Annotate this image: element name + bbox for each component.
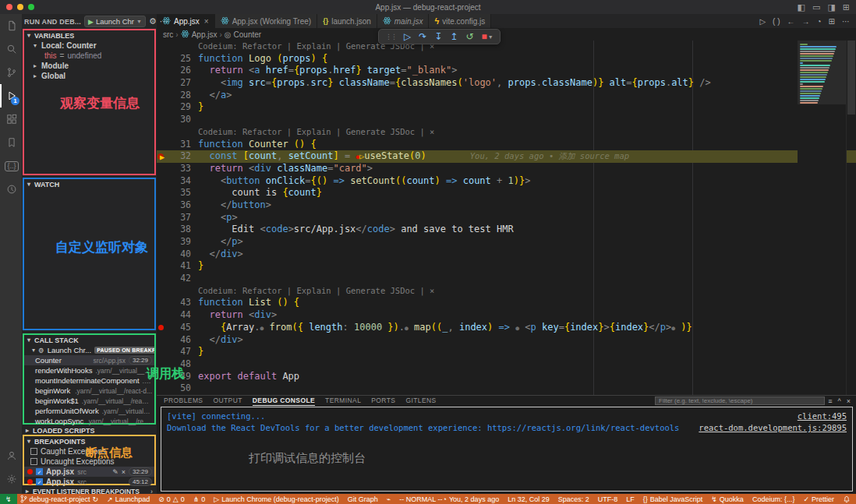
chevron-down-icon[interactable]: ▾	[26, 32, 32, 39]
brackets-icon[interactable]: ( )	[773, 17, 780, 26]
gutter-marker[interactable]	[157, 163, 170, 175]
panel-tab-terminal[interactable]: TERMINAL	[325, 396, 361, 406]
gutter[interactable]: 34	[157, 175, 191, 188]
checkbox-checked[interactable]: ✓	[36, 478, 43, 485]
status-item[interactable]: Codeium: {...}	[752, 495, 795, 503]
gutter-marker[interactable]	[157, 309, 170, 322]
gutter-marker[interactable]	[157, 114, 170, 126]
vertical-scrollbar[interactable]	[846, 41, 856, 395]
toggle-secondary-sidebar-icon[interactable]: ◨	[827, 2, 835, 12]
more-actions-icon[interactable]: ⋯	[160, 16, 168, 26]
breadcrumb-item[interactable]: Counter	[234, 30, 262, 39]
collapse-panel-icon[interactable]: ^	[838, 397, 841, 405]
variable-row[interactable]: this = undefined	[24, 51, 154, 61]
run-icon[interactable]: ▷	[759, 17, 766, 26]
restart-icon[interactable]: ↺	[465, 31, 473, 42]
debug-session-row[interactable]: ▾ ⚙ Launch Chr... PAUSED ON BREAKPOINT	[24, 345, 154, 355]
gutter[interactable]: ▶32	[157, 150, 191, 163]
gutter[interactable]: 26	[157, 65, 191, 77]
gutter-marker[interactable]	[157, 260, 170, 273]
chevron-down-icon[interactable]: ▾	[26, 337, 32, 344]
status-item[interactable]: ◔You, 2 days ago	[442, 495, 499, 503]
edit-breakpoint-icon[interactable]: ✎	[112, 468, 118, 476]
chevron-down-icon[interactable]: ▾	[26, 181, 32, 188]
variables-group-module[interactable]: ▸ Module	[24, 61, 154, 71]
maximize-window-button[interactable]	[28, 4, 34, 10]
split-editor-icon[interactable]: ⊞	[829, 17, 835, 26]
step-over-icon[interactable]: ↷	[419, 31, 426, 42]
chevron-right-icon[interactable]: ▸	[24, 427, 30, 434]
call-stack-frame[interactable]: Countersrc/App.jsx32:29	[24, 355, 154, 365]
gutter[interactable]: 35	[157, 187, 191, 199]
close-icon[interactable]: ×	[204, 17, 209, 26]
back-icon[interactable]: ←	[787, 17, 795, 26]
close-panel-icon[interactable]: ×	[847, 397, 851, 405]
flask-icon[interactable]	[0, 178, 22, 201]
customize-layout-icon[interactable]: ⊞	[843, 2, 850, 12]
gutter[interactable]: 40	[157, 248, 191, 261]
gutter-marker[interactable]	[157, 77, 170, 90]
start-debug-icon[interactable]: ▶	[88, 18, 94, 26]
gutter-marker[interactable]	[157, 382, 170, 395]
status-item[interactable]: -- NORMAL --	[399, 495, 442, 503]
status-item[interactable]: ↯Quokka	[711, 495, 744, 503]
tab-launch-json[interactable]: {}launch.json	[317, 14, 377, 28]
status-item[interactable]	[843, 495, 851, 503]
call-stack-frame[interactable]: beginWork.yarn/__virtual__/react-d...	[24, 386, 154, 396]
gutter-marker[interactable]	[157, 199, 170, 212]
gutter-marker[interactable]	[157, 236, 170, 248]
gutter[interactable]: 36	[157, 199, 191, 212]
breakpoint-row[interactable]: ✓App.jsxsrc✎×32:29	[24, 467, 154, 477]
scrollbar-thumb[interactable]	[847, 41, 855, 115]
source-control-icon[interactable]	[0, 61, 22, 84]
continue-icon[interactable]: ▷	[404, 31, 411, 42]
minimize-window-button[interactable]	[17, 4, 23, 10]
gutter[interactable]: 33	[157, 163, 191, 175]
gutter[interactable]: 38	[157, 224, 191, 236]
event-listener-breakpoints-section[interactable]: ▸ EVENT LISTENER BREAKPOINTS ›	[23, 486, 156, 495]
codeium-hint[interactable]: Codeium: Refactor | Explain | Generate J…	[157, 285, 856, 298]
gutter-marker[interactable]	[157, 187, 170, 199]
call-stack-frame[interactable]: beginWork$1.yarn/__virtual__/react...	[24, 396, 154, 406]
gutter[interactable]: 47	[157, 346, 191, 358]
launch-config-dropdown[interactable]: ▶ Launch Chr ▼	[84, 16, 146, 27]
status-item[interactable]: UTF-8	[598, 495, 618, 503]
panel-tab-ports[interactable]: PORTS	[371, 396, 395, 406]
debug-console-output[interactable]: [vite] connecting...client:495Download t…	[161, 407, 853, 492]
gutter[interactable]: 43	[157, 297, 191, 309]
gutter[interactable]: 46	[157, 334, 191, 347]
run-and-debug-icon[interactable]: 1	[0, 84, 22, 107]
remove-breakpoint-icon[interactable]: ×	[122, 468, 126, 476]
minimap[interactable]	[798, 41, 846, 395]
chevron-right-icon[interactable]: ›	[150, 488, 156, 495]
gutter[interactable]: 42	[157, 273, 191, 285]
status-item[interactable]: ⊘0△0	[158, 495, 185, 503]
bookmarks-icon[interactable]	[0, 131, 22, 154]
status-item[interactable]: ⋔0	[193, 495, 206, 503]
extensions-icon[interactable]	[0, 107, 22, 131]
checkbox-checked[interactable]: ✓	[36, 468, 43, 475]
gutter[interactable]: 28	[157, 90, 191, 102]
breadcrumb-item[interactable]: App.jsx	[192, 30, 218, 39]
gutter[interactable]: 30	[157, 114, 191, 126]
status-item[interactable]: ✓Prettier	[803, 495, 834, 503]
gutter-marker[interactable]	[157, 224, 170, 236]
breakpoint-icon[interactable]	[158, 325, 164, 330]
chevron-down-icon[interactable]: ▾	[26, 438, 32, 445]
gutter-marker[interactable]	[157, 322, 170, 334]
gutter-marker[interactable]	[157, 101, 170, 114]
codeium-hint[interactable]: Codeium: Refactor | Explain | Generate J…	[157, 41, 856, 53]
more-actions-icon[interactable]: ⋯	[842, 17, 850, 26]
gutter-marker[interactable]	[157, 334, 170, 347]
gutter-marker[interactable]	[157, 139, 170, 151]
loaded-scripts-section[interactable]: ▸ LOADED SCRIPTS	[23, 425, 156, 435]
call-stack-frame[interactable]: performUnitOfWork.yarn/__virtual__...	[24, 406, 154, 416]
output-view-icon[interactable]: ≡	[828, 397, 832, 405]
gutter[interactable]: 29	[157, 101, 191, 114]
status-item[interactable]: ▷Launch Chrome (debug-react-project)	[214, 495, 339, 503]
panel-tab-debug-console[interactable]: DEBUG CONSOLE	[253, 396, 315, 406]
gutter-marker[interactable]	[157, 346, 170, 358]
gutter-marker[interactable]	[157, 273, 170, 285]
status-item[interactable]: Git Graph	[348, 495, 378, 503]
gutter[interactable]: 37	[157, 212, 191, 224]
